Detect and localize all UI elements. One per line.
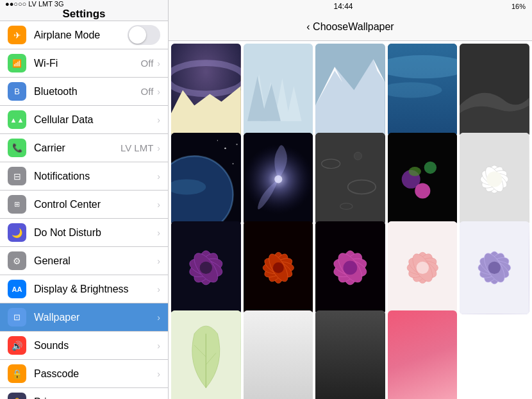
- sidebar-item-privacy[interactable]: 🤚 Privacy ›: [0, 388, 168, 399]
- privacy-icon: 🤚: [8, 393, 26, 399]
- svg-point-25: [217, 140, 218, 140]
- sidebar-item-airplane[interactable]: ✈ Airplane Mode: [0, 21, 168, 49]
- sidebar-group-2: ⊟ Notifications › ⊞ Control Center › 🌙 D…: [0, 162, 168, 247]
- wallpaper-item[interactable]: [244, 44, 313, 137]
- svg-point-24: [233, 163, 234, 164]
- sidebar-group-1: ✈ Airplane Mode 📶 Wi-Fi Off › B Bluetoot…: [0, 21, 168, 162]
- sidebar-header: Settings: [0, 8, 168, 21]
- airplane-toggle[interactable]: [128, 25, 160, 45]
- back-label: Choose: [313, 21, 348, 32]
- svg-point-26: [236, 143, 237, 144]
- svg-point-69: [344, 261, 358, 275]
- svg-point-77: [416, 262, 428, 274]
- svg-point-47: [487, 171, 503, 187]
- chevron-right-icon: ›: [157, 369, 160, 379]
- sidebar-item-label: General: [34, 255, 157, 267]
- sidebar-item-sounds[interactable]: 🔊 Sounds ›: [0, 332, 168, 360]
- chevron-right-icon: ›: [157, 256, 160, 266]
- wallpaper-item[interactable]: [244, 133, 313, 226]
- wallpaper-item[interactable]: [315, 221, 385, 314]
- chevron-right-icon: ›: [157, 312, 160, 323]
- passcode-icon: 🔒: [8, 364, 26, 383]
- sidebar-signal: ●●○○○ LV LMT 3G: [5, 0, 64, 8]
- chevron-right-icon: ›: [157, 87, 160, 97]
- wallpaper-item[interactable]: [171, 310, 241, 400]
- wallpaper-item[interactable]: [171, 133, 241, 226]
- wifi-value: Off: [141, 58, 154, 69]
- sidebar-item-label: Sounds: [34, 340, 157, 352]
- wallpaper-item[interactable]: [460, 221, 529, 314]
- chevron-right-icon: ›: [157, 341, 160, 351]
- back-button[interactable]: ‹ Choose: [306, 21, 348, 33]
- sidebar-item-notifications[interactable]: ⊟ Notifications ›: [0, 162, 168, 191]
- sidebar-item-control-center[interactable]: ⊞ Control Center ›: [0, 191, 168, 219]
- chevron-right-icon: ›: [157, 397, 160, 400]
- chevron-right-icon: ›: [157, 143, 160, 153]
- wallpaper-item[interactable]: [388, 221, 458, 314]
- sidebar-item-label: Carrier: [34, 142, 121, 154]
- chevron-right-icon: ›: [157, 200, 160, 210]
- wallpaper-item[interactable]: [388, 44, 458, 137]
- sidebar-item-wallpaper[interactable]: ⊡ Wallpaper ›: [0, 303, 168, 332]
- sidebar-item-label: Wallpaper: [34, 312, 157, 323]
- cellular-icon: ▲▲: [8, 110, 26, 129]
- bluetooth-icon: B: [8, 82, 26, 101]
- svg-rect-30: [315, 133, 385, 226]
- main-status-bar: 14:44 16%: [169, 0, 532, 13]
- wallpaper-item[interactable]: [388, 310, 458, 400]
- sidebar-item-label: Control Center: [34, 199, 157, 210]
- nav-bar: ‹ Choose Wallpaper: [169, 13, 532, 41]
- wallpaper-item[interactable]: [315, 44, 385, 137]
- sidebar-item-do-not-disturb[interactable]: 🌙 Do Not Disturb ›: [0, 219, 168, 247]
- chevron-right-icon: ›: [157, 228, 160, 238]
- sidebar: ●●○○○ LV LMT 3G Settings ✈ Airplane Mode…: [0, 0, 169, 399]
- sidebar-item-label: Airplane Mode: [34, 30, 128, 41]
- svg-rect-91: [315, 310, 385, 400]
- status-battery: 16%: [511, 3, 526, 10]
- wifi-icon: 📶: [8, 54, 26, 72]
- wallpaper-item[interactable]: [460, 133, 529, 226]
- svg-point-38: [415, 183, 430, 198]
- wallpaper-icon: ⊡: [8, 308, 26, 327]
- svg-point-54: [200, 262, 212, 274]
- wallpaper-item[interactable]: [388, 133, 458, 226]
- sidebar-item-carrier[interactable]: 📞 Carrier LV LMT ›: [0, 134, 168, 162]
- svg-rect-90: [244, 310, 313, 400]
- sounds-icon: 🔊: [8, 336, 26, 355]
- svg-point-23: [224, 147, 226, 148]
- sidebar-item-passcode[interactable]: 🔒 Passcode ›: [0, 360, 168, 388]
- wallpaper-item[interactable]: [244, 310, 313, 400]
- sidebar-item-label: Passcode: [34, 368, 157, 380]
- chevron-right-icon: ›: [157, 58, 160, 69]
- wallpaper-item[interactable]: [460, 44, 529, 137]
- svg-rect-35: [388, 133, 458, 226]
- wallpaper-item[interactable]: [315, 133, 385, 226]
- svg-point-29: [274, 175, 282, 183]
- main-content: 14:44 16% ‹ Choose Wallpaper: [169, 0, 532, 399]
- wallpaper-item[interactable]: [244, 221, 313, 314]
- sidebar-item-label: Notifications: [34, 171, 157, 182]
- sidebar-status-bar: ●●○○○ LV LMT 3G: [0, 0, 168, 8]
- sidebar-item-cellular[interactable]: ▲▲ Cellular Data ›: [0, 106, 168, 134]
- sidebar-item-display[interactable]: AA Display & Brightness ›: [0, 275, 168, 303]
- svg-point-34: [354, 152, 362, 160]
- page-title: Wallpaper: [348, 21, 394, 33]
- sidebar-item-label: Cellular Data: [34, 114, 157, 126]
- wallpaper-item[interactable]: [171, 221, 241, 314]
- sidebar-item-bluetooth[interactable]: B Bluetooth Off ›: [0, 78, 168, 106]
- wallpaper-item[interactable]: [315, 310, 385, 400]
- chevron-right-icon: ›: [157, 171, 160, 182]
- wallpaper-grid: [169, 41, 532, 399]
- sidebar-item-general[interactable]: ⚙ General ›: [0, 247, 168, 275]
- control-center-icon: ⊞: [8, 195, 26, 214]
- sidebar-group-3: ⚙ General › AA Display & Brightness › ⊡ …: [0, 247, 168, 399]
- wallpaper-item[interactable]: [171, 44, 241, 137]
- sidebar-item-label: Privacy: [34, 396, 157, 400]
- svg-point-85: [488, 262, 501, 274]
- status-time: 14:44: [333, 2, 353, 11]
- svg-point-37: [424, 161, 436, 173]
- carrier-icon: 📞: [8, 139, 26, 157]
- sidebar-item-wifi[interactable]: 📶 Wi-Fi Off ›: [0, 49, 168, 78]
- sidebar-item-label: Do Not Disturb: [34, 227, 157, 239]
- sidebar-item-label: Display & Brightness: [34, 284, 157, 295]
